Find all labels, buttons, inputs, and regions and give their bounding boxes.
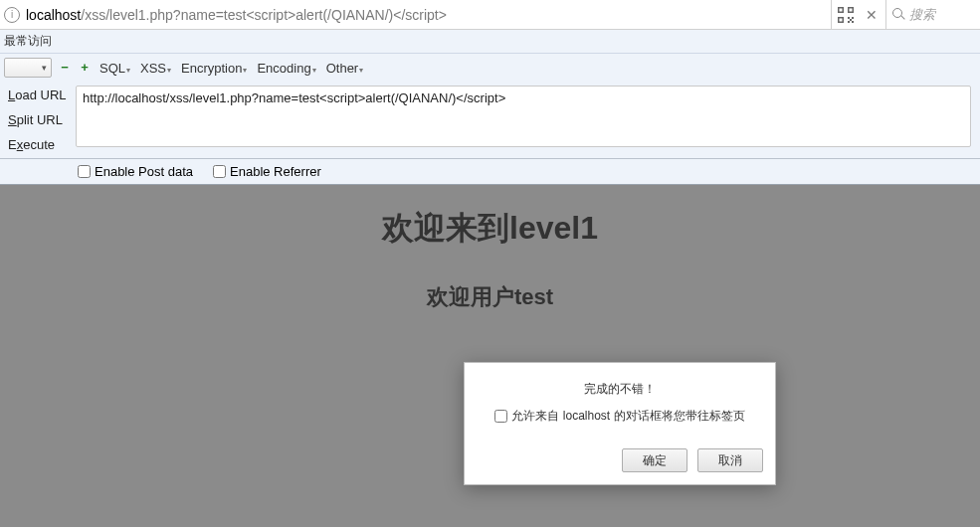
qr-icon[interactable] [838, 7, 854, 23]
hackbar-toolbar: ▾ − + SQL▾ XSS▾ Encryption▾ Encoding▾ Ot… [0, 54, 980, 82]
svg-rect-6 [848, 17, 850, 19]
dialog-checkbox-input[interactable] [494, 410, 507, 423]
search-placeholder: 搜索 [909, 6, 935, 24]
hackbar-right [76, 82, 980, 158]
close-icon[interactable]: ✕ [864, 7, 880, 23]
enable-post-checkbox[interactable]: Enable Post data [78, 164, 193, 179]
dialog-footer: 确定 取消 [465, 439, 775, 484]
dialog-checkbox-label: 允许来自 localhost 的对话框将您带往标签页 [511, 408, 744, 425]
hackbar-actions: Load URL Split URL Execute [0, 82, 76, 158]
search-box[interactable]: 搜索 [885, 0, 980, 29]
enable-referrer-label: Enable Referrer [230, 164, 321, 179]
menu-other[interactable]: Other▾ [324, 61, 366, 76]
hackbar-dropdown[interactable]: ▾ [4, 58, 52, 78]
address-bar[interactable]: i localhost/xss/level1.php?name=test<scr… [0, 0, 832, 29]
search-icon [892, 8, 905, 21]
url-host: localhost [26, 7, 81, 23]
split-url-button[interactable]: Split URL [8, 112, 68, 127]
page-title: 欢迎来到level1 [0, 185, 980, 251]
address-bar-row: i localhost/xss/level1.php?name=test<scr… [0, 0, 980, 30]
hackbar-bottom: Enable Post data Enable Referrer [0, 159, 980, 185]
minus-icon[interactable]: − [58, 61, 72, 75]
svg-rect-5 [840, 18, 843, 21]
enable-referrer-input[interactable] [213, 165, 226, 178]
url-path: /xss/level1.php?name=test<script>alert(/… [81, 7, 447, 23]
dialog-message: 完成的不错！ [479, 381, 761, 398]
enable-post-input[interactable] [78, 165, 91, 178]
bookmark-most-visited[interactable]: 最常访问 [4, 33, 52, 50]
info-icon[interactable]: i [4, 7, 20, 23]
bookmark-bar: 最常访问 [0, 30, 980, 54]
svg-rect-7 [852, 17, 854, 19]
plus-icon[interactable]: + [78, 61, 92, 75]
alert-dialog: 完成的不错！ 允许来自 localhost 的对话框将您带往标签页 确定 取消 [464, 362, 776, 485]
hackbar-body: Load URL Split URL Execute [0, 82, 980, 159]
dialog-body: 完成的不错！ 允许来自 localhost 的对话框将您带往标签页 [465, 363, 775, 439]
execute-button[interactable]: Execute [8, 137, 68, 152]
svg-rect-3 [850, 8, 853, 11]
menu-xss[interactable]: XSS▾ [138, 61, 173, 76]
address-bar-right-icons: ✕ [832, 0, 885, 29]
load-url-button[interactable]: Load URL [8, 88, 68, 102]
svg-rect-8 [850, 19, 852, 21]
svg-rect-10 [852, 21, 854, 23]
menu-encoding[interactable]: Encoding▾ [255, 61, 317, 76]
page-content: 欢迎来到level1 欢迎用户test 完成的不错！ 允许来自 localhos… [0, 185, 980, 527]
dialog-checkbox[interactable]: 允许来自 localhost 的对话框将您带往标签页 [479, 408, 761, 425]
url-text: localhost/xss/level1.php?name=test<scrip… [26, 7, 447, 23]
page-subtitle: 欢迎用户test [0, 282, 980, 312]
ok-button[interactable]: 确定 [622, 448, 687, 472]
svg-rect-1 [840, 8, 843, 11]
cancel-button[interactable]: 取消 [697, 448, 763, 472]
svg-rect-9 [848, 21, 850, 23]
url-textarea[interactable] [76, 86, 971, 147]
enable-referrer-checkbox[interactable]: Enable Referrer [213, 164, 321, 179]
menu-sql[interactable]: SQL▾ [98, 61, 132, 76]
menu-encryption[interactable]: Encryption▾ [179, 61, 249, 76]
enable-post-label: Enable Post data [95, 164, 193, 179]
